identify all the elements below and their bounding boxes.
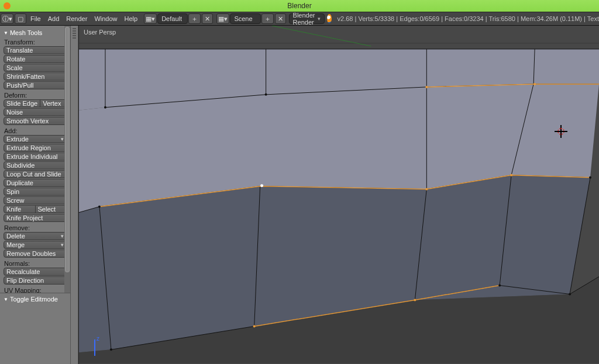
scale-button[interactable]: Scale	[4, 64, 67, 72]
svg-point-7	[260, 184, 263, 187]
flip-direction-button[interactable]: Flip Direction	[4, 276, 67, 285]
remove-label: Remove:	[4, 224, 67, 231]
knife-project-button[interactable]: Knife Project	[4, 214, 67, 222]
remove-doubles-button[interactable]: Remove Doubles	[4, 249, 67, 258]
push-pull-button[interactable]: Push/Pull	[4, 81, 67, 89]
merge-button[interactable]: Merge▾	[4, 241, 67, 249]
delete-button[interactable]: Delete▾	[4, 232, 67, 240]
svg-point-12	[414, 299, 416, 301]
svg-point-15	[265, 93, 267, 96]
knife-select-button[interactable]: Select	[36, 206, 67, 213]
svg-point-13	[253, 325, 256, 327]
add-screen-button[interactable]: ＋	[188, 13, 201, 24]
subdivide-button[interactable]: Subdivide	[4, 161, 67, 169]
region-resize-handle[interactable]	[70, 26, 78, 364]
blender-logo-icon	[327, 14, 332, 23]
recalculate-normals-button[interactable]: Recalculate	[4, 268, 67, 276]
svg-point-17	[589, 176, 591, 179]
3d-viewport[interactable]: User Persp z	[78, 26, 599, 364]
menu-window[interactable]: Window	[91, 15, 121, 22]
delete-screen-button[interactable]: ✕	[202, 13, 213, 24]
uv-mapping-label: UV Mapping:	[4, 287, 67, 293]
tool-shelf: ▼Mesh Tools Transform: Translate Rotate …	[0, 26, 70, 364]
grip-icon	[73, 28, 76, 40]
svg-point-14	[104, 106, 106, 109]
3d-cursor-icon	[555, 125, 567, 138]
scene-browse-button[interactable]: ▦▾	[216, 13, 229, 24]
chevron-down-icon: ▾	[61, 241, 64, 249]
svg-point-10	[425, 86, 428, 88]
svg-point-16	[98, 206, 101, 208]
scene-stats: v2.68 | Verts:5/3338 | Edges:0/6569 | Fa…	[338, 15, 599, 22]
menu-help[interactable]: Help	[121, 15, 142, 22]
slide-vertex-button[interactable]: Vertex	[40, 100, 66, 107]
add-scene-button[interactable]: ＋	[261, 13, 274, 24]
noise-button[interactable]: Noise	[4, 108, 67, 116]
scrollbar-thumb[interactable]	[65, 27, 70, 272]
title-bar: Blender	[0, 0, 599, 12]
knife-button[interactable]: Knife	[4, 206, 36, 213]
window-menu-button[interactable]: ▢	[15, 13, 26, 24]
screen-layout-field[interactable]: Default	[157, 13, 188, 24]
extrude-button[interactable]: Extrude▾	[4, 135, 67, 143]
extrude-individual-button[interactable]: Extrude Individual	[4, 152, 67, 161]
chevron-down-icon: ▾	[61, 233, 64, 240]
svg-point-8	[425, 188, 428, 190]
info-icon: ⓘ	[2, 15, 9, 23]
toggle-editmode-header[interactable]: ▼Toggle Editmode	[0, 293, 70, 305]
rotate-button[interactable]: Rotate	[4, 55, 67, 63]
info-header: ⓘ▾ ▢ File Add Render Window Help ▦▾ Defa…	[0, 12, 599, 26]
loop-cut-button[interactable]: Loop Cut and Slide	[4, 170, 67, 178]
svg-point-19	[498, 284, 501, 286]
editor-type-selector[interactable]: ⓘ▾	[1, 13, 13, 24]
svg-point-18	[110, 348, 112, 351]
add-label: Add:	[4, 127, 67, 134]
screw-button[interactable]: Screw	[4, 196, 67, 204]
render-engine-selector[interactable]: Blender Render▾	[289, 13, 325, 24]
mesh-render	[79, 26, 599, 363]
deform-label: Deform:	[4, 92, 67, 99]
disclosure-triangle-icon: ▼	[4, 297, 8, 302]
extrude-region-button[interactable]: Extrude Region	[4, 144, 67, 152]
menu-add[interactable]: Add	[44, 15, 63, 22]
svg-point-11	[533, 83, 536, 85]
axis-gizmo: z	[84, 336, 107, 359]
shrink-fatten-button[interactable]: Shrink/Fatten	[4, 72, 67, 81]
tool-shelf-scrollbar[interactable]	[64, 26, 70, 293]
delete-scene-button[interactable]: ✕	[275, 13, 286, 24]
smooth-vertex-button[interactable]: Smooth Vertex	[4, 117, 67, 125]
mesh-tools-header[interactable]: ▼Mesh Tools	[4, 29, 67, 36]
window-title: Blender	[287, 2, 311, 10]
normals-label: Normals:	[4, 260, 67, 267]
duplicate-button[interactable]: Duplicate	[4, 179, 67, 187]
spin-button[interactable]: Spin	[4, 188, 67, 196]
view-perspective-label: User Persp	[84, 29, 116, 36]
disclosure-triangle-icon: ▼	[4, 30, 8, 36]
slide-edge-button[interactable]: Slide Edge	[4, 100, 40, 107]
transform-label: Transform:	[4, 39, 67, 46]
menu-render[interactable]: Render	[63, 15, 91, 22]
translate-button[interactable]: Translate	[4, 46, 67, 54]
screen-browse-button[interactable]: ▦▾	[144, 13, 157, 24]
slide-group: Slide Edge Vertex	[4, 99, 67, 108]
window-close-button[interactable]	[4, 2, 11, 9]
scene-name-field[interactable]: Scene	[230, 13, 260, 24]
svg-point-20	[569, 293, 571, 295]
menu-file[interactable]: File	[27, 15, 44, 22]
knife-group: Knife Select	[4, 205, 67, 213]
chevron-down-icon: ▾	[9, 15, 12, 23]
chevron-down-icon: ▾	[61, 136, 64, 143]
svg-point-9	[510, 174, 512, 176]
